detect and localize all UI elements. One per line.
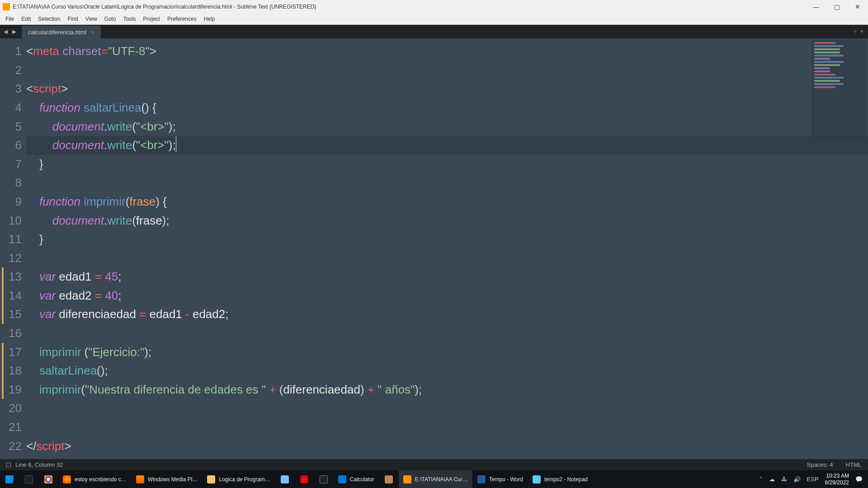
- action-center-icon[interactable]: 💬: [855, 476, 863, 483]
- line-number: 19: [2, 380, 22, 399]
- taskbar-item[interactable]: [314, 470, 334, 488]
- taskbar-chrome[interactable]: [39, 470, 58, 488]
- code-line[interactable]: document.write("<br>");: [26, 117, 868, 136]
- status-syntax[interactable]: HTML: [846, 461, 862, 468]
- code-line[interactable]: [26, 324, 868, 343]
- windows-taskbar: estoy escribiendo c…Windows Media Pl…Log…: [0, 470, 868, 488]
- line-number: 11: [2, 230, 22, 249]
- code-line[interactable]: var edad2 = 40;: [26, 286, 868, 305]
- taskbar-item-label: Logica de Program…: [219, 476, 270, 483]
- taskbar-item[interactable]: tempo2 - Notepad: [528, 470, 593, 488]
- tab-active[interactable]: calculardiferencia.html ×: [22, 26, 101, 38]
- taskbar-item[interactable]: estoy escribiendo c…: [58, 470, 132, 488]
- taskbar-app-icon: [281, 475, 289, 483]
- nav-forward-icon[interactable]: ▶: [10, 28, 18, 36]
- code-area[interactable]: <meta charset="UTF-8"> <script> function…: [26, 38, 868, 459]
- clock-time: 10:23 AM: [825, 473, 849, 479]
- taskbar-item[interactable]: E:\TATIANA\AA Cur…: [399, 470, 473, 488]
- code-line[interactable]: [26, 249, 868, 268]
- maximize-button[interactable]: ▢: [826, 0, 847, 14]
- taskbar-app-icon: [63, 475, 71, 483]
- taskbar-item[interactable]: [295, 470, 314, 488]
- code-line[interactable]: var diferenciaedad = edad1 - edad2;: [26, 305, 868, 324]
- taskbar-item[interactable]: [275, 470, 295, 488]
- taskbar-item[interactable]: Logica de Program…: [203, 470, 275, 488]
- code-line[interactable]: document.write(frase);: [26, 211, 868, 230]
- system-tray: ˄ ☁ 🖧 🔊 ESP 10:23 AM 8/29/2022 💬: [754, 473, 868, 486]
- code-line[interactable]: }: [26, 155, 868, 174]
- taskbar-item-label: estoy escribiendo c…: [75, 476, 127, 483]
- line-number: 20: [2, 399, 22, 418]
- tab-close-icon[interactable]: ×: [91, 29, 94, 36]
- menu-project[interactable]: Project: [140, 14, 164, 24]
- status-indent[interactable]: Spaces: 4: [807, 461, 833, 468]
- tab-bar: ◀ ▶ calculardiferencia.html × ＋ ▾: [0, 25, 868, 38]
- new-tab-button[interactable]: ＋ ▾: [852, 28, 863, 36]
- code-line[interactable]: [26, 399, 868, 418]
- menu-find[interactable]: Find: [64, 14, 81, 24]
- status-panel-icon[interactable]: [6, 463, 11, 467]
- tray-network-icon[interactable]: 🖧: [781, 476, 787, 483]
- taskbar-clock[interactable]: 10:23 AM 8/29/2022: [825, 473, 849, 486]
- line-number-gutter: 12345678910111213141516171819202122: [0, 38, 26, 459]
- nav-back-icon[interactable]: ◀: [2, 28, 9, 36]
- menu-selection[interactable]: Selection: [34, 14, 64, 24]
- code-line[interactable]: var edad1 = 45;: [26, 267, 868, 286]
- line-number: 4: [2, 99, 22, 117]
- taskbar-item-label: Tempo - Word: [489, 476, 523, 483]
- app-icon: [3, 3, 10, 10]
- code-line[interactable]: <script>: [26, 80, 868, 99]
- tray-volume-icon[interactable]: 🔊: [793, 476, 801, 483]
- code-line[interactable]: [26, 418, 868, 437]
- line-number: 16: [2, 324, 22, 343]
- code-line[interactable]: saltarLinea();: [26, 361, 868, 380]
- menu-tools[interactable]: Tools: [120, 14, 140, 24]
- minimize-button[interactable]: —: [806, 0, 826, 14]
- code-line[interactable]: [26, 61, 868, 80]
- menu-help[interactable]: Help: [200, 14, 219, 24]
- line-number: 7: [2, 155, 22, 174]
- line-number: 14: [2, 286, 22, 305]
- tab-history-nav: ◀ ▶: [2, 28, 18, 36]
- code-line[interactable]: <meta charset="UTF-8">: [26, 42, 868, 61]
- line-number: 8: [2, 174, 22, 192]
- start-button[interactable]: [0, 470, 19, 488]
- line-number: 22: [2, 437, 22, 456]
- code-line[interactable]: </script>: [26, 437, 868, 456]
- taskbar-item[interactable]: Calculator: [334, 470, 379, 488]
- code-line[interactable]: imprimir("Nuestra diferencia de edades e…: [26, 380, 868, 399]
- line-number: 9: [2, 192, 22, 211]
- menu-file[interactable]: File: [2, 14, 18, 24]
- menu-preferences[interactable]: Preferences: [164, 14, 200, 24]
- close-button[interactable]: ✕: [847, 0, 868, 14]
- line-number: 13: [2, 267, 22, 286]
- code-line[interactable]: function saltarLinea() {: [26, 99, 868, 117]
- tray-chevron-icon[interactable]: ˄: [760, 476, 763, 483]
- tray-language[interactable]: ESP: [807, 476, 819, 483]
- taskbar-app-icon: [403, 475, 411, 483]
- code-line[interactable]: function imprimir(frase) {: [26, 192, 868, 211]
- taskbar-item[interactable]: Tempo - Word: [473, 470, 528, 488]
- taskbar-item[interactable]: [379, 470, 399, 488]
- taskbar-app-icon: [300, 475, 308, 483]
- code-line[interactable]: document.write("<br>");: [26, 136, 868, 155]
- code-line[interactable]: imprimir ("Ejercicio:");: [26, 343, 868, 362]
- minimap[interactable]: [812, 40, 866, 140]
- code-line[interactable]: }: [26, 230, 868, 249]
- line-number: 15: [2, 305, 22, 324]
- code-line[interactable]: [26, 174, 868, 192]
- menu-edit[interactable]: Edit: [18, 14, 34, 24]
- tab-label: calculardiferencia.html: [28, 29, 86, 36]
- line-number: 18: [2, 361, 22, 380]
- line-number: 17: [2, 343, 22, 362]
- task-view-button[interactable]: [19, 470, 39, 488]
- taskbar-app-icon: [136, 475, 144, 483]
- menu-goto[interactable]: Goto: [101, 14, 120, 24]
- window-titlebar: E:\TATIANA\AA Curso Varios\Oracle Latam\…: [0, 0, 868, 14]
- tray-onedrive-icon[interactable]: ☁: [769, 476, 775, 483]
- taskbar-item[interactable]: Windows Media Pl…: [132, 470, 203, 488]
- clock-date: 8/29/2022: [825, 479, 849, 486]
- menu-view[interactable]: View: [82, 14, 101, 24]
- taskbar-app-icon: [477, 475, 486, 483]
- code-editor[interactable]: 12345678910111213141516171819202122 <met…: [0, 38, 868, 459]
